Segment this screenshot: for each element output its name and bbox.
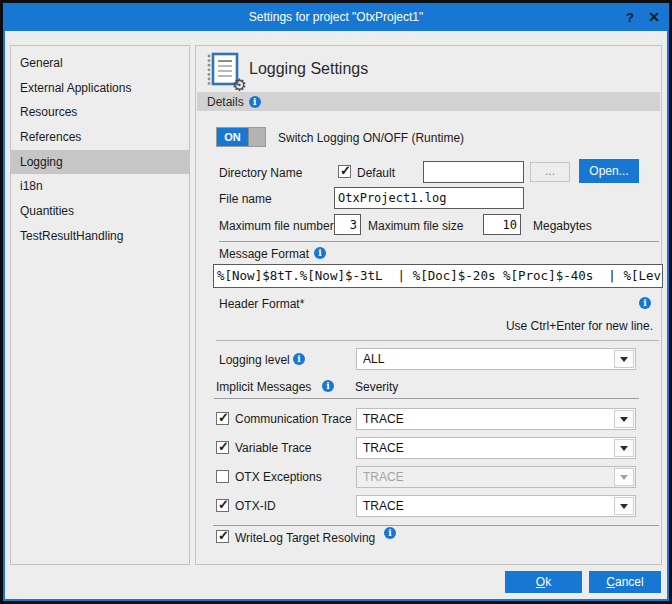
- severity-row: OTX-ID TRACE: [196, 495, 661, 517]
- info-icon[interactable]: i: [249, 96, 261, 108]
- default-checkbox[interactable]: [338, 165, 351, 178]
- sidebar-item-references[interactable]: References: [11, 125, 189, 150]
- titlebar[interactable]: Settings for project "OtxProject1" ? ✕: [3, 3, 669, 31]
- header-format-label: Header Format*: [219, 297, 304, 311]
- browse-button[interactable]: ...: [530, 162, 570, 182]
- dropdown-arrow-button[interactable]: [614, 468, 634, 486]
- directory-input[interactable]: [423, 161, 524, 183]
- sidebar-item-resources[interactable]: Resources: [11, 100, 189, 125]
- severity-dropdown[interactable]: TRACE: [356, 408, 636, 430]
- max-file-size-label: Maximum file size: [368, 219, 463, 233]
- sidebar-item-i18n[interactable]: i18n: [11, 174, 189, 199]
- sidebar-item-testresulthandling[interactable]: TestResultHandling: [11, 224, 189, 249]
- implicit-messages-label: Implicit Messages: [216, 380, 311, 394]
- logging-toggle[interactable]: ON: [216, 127, 266, 147]
- dialog-frame: Settings for project "OtxProject1" ? ✕ G…: [3, 3, 669, 601]
- separator: [219, 241, 659, 242]
- details-label: Details: [207, 95, 244, 109]
- severity-checkbox[interactable]: [216, 499, 229, 512]
- info-icon[interactable]: i: [384, 527, 396, 539]
- directory-name-label: Directory Name: [219, 166, 302, 180]
- logging-settings-panel: ⚙ Logging Settings Details i ON Switch L…: [195, 45, 662, 565]
- severity-row: Communication Trace TRACE: [196, 408, 661, 430]
- sidebar-item-quantities[interactable]: Quantities: [11, 199, 189, 224]
- sidebar-item-logging[interactable]: Logging: [11, 150, 189, 175]
- max-file-number-label: Maximum file number: [219, 219, 334, 233]
- dropdown-value: TRACE: [363, 470, 404, 484]
- dropdown-value: TRACE: [363, 441, 404, 455]
- severity-row: Variable Trace TRACE: [196, 437, 661, 459]
- chevron-down-icon: [620, 357, 628, 362]
- chevron-down-icon: [620, 475, 628, 480]
- message-format-label: Message Format: [219, 247, 309, 261]
- message-format-input[interactable]: %[Now]$8tT.%[Now]$-3tL | %[Doc]$-20s %[P…: [213, 264, 663, 288]
- info-icon[interactable]: i: [314, 247, 326, 259]
- dialog-title: Settings for project "OtxProject1": [249, 10, 424, 24]
- dropdown-value: TRACE: [363, 499, 404, 513]
- chevron-down-icon: [620, 446, 628, 451]
- severity-checkbox[interactable]: [216, 412, 229, 425]
- dropdown-arrow-button[interactable]: [614, 497, 634, 515]
- close-icon[interactable]: ✕: [641, 3, 667, 31]
- logging-level-label: Logging level: [219, 353, 290, 367]
- severity-dropdown[interactable]: TRACE: [356, 466, 636, 488]
- info-icon[interactable]: i: [639, 297, 651, 309]
- sidebar-item-general[interactable]: General: [11, 51, 189, 76]
- writelog-checkbox[interactable]: [216, 530, 229, 543]
- severity-checkbox[interactable]: [216, 470, 229, 483]
- severity-row-label: Variable Trace: [235, 441, 311, 455]
- toggle-thumb[interactable]: [248, 128, 265, 146]
- severity-column-label: Severity: [355, 380, 398, 394]
- megabytes-label: Megabytes: [533, 219, 592, 233]
- page-title: Logging Settings: [249, 60, 368, 78]
- dropdown-value: TRACE: [363, 412, 404, 426]
- writelog-label: WriteLog Target Resolving: [235, 531, 375, 545]
- separator: [216, 340, 659, 341]
- dropdown-arrow-button[interactable]: [614, 350, 634, 368]
- toggle-on-label: ON: [217, 128, 248, 146]
- dropdown-value: ALL: [363, 352, 384, 366]
- logging-settings-icon: ⚙: [204, 52, 244, 90]
- settings-category-list: GeneralExternal ApplicationsResourcesRef…: [10, 45, 190, 565]
- severity-row: OTX Exceptions TRACE: [196, 466, 661, 488]
- default-label: Default: [357, 166, 395, 180]
- dropdown-arrow-button[interactable]: [614, 439, 634, 457]
- chevron-down-icon: [620, 417, 628, 422]
- help-icon[interactable]: ?: [617, 3, 643, 31]
- toggle-description: Switch Logging ON/OFF (Runtime): [278, 131, 464, 145]
- separator: [214, 398, 639, 399]
- dropdown-arrow-button[interactable]: [614, 410, 634, 428]
- chevron-down-icon: [620, 504, 628, 509]
- max-file-size-input[interactable]: [483, 214, 521, 235]
- severity-dropdown[interactable]: TRACE: [356, 495, 636, 517]
- severity-rows: Communication Trace TRACE Variable Trace…: [196, 408, 661, 524]
- details-section-header: Details i: [197, 92, 660, 111]
- severity-dropdown[interactable]: TRACE: [356, 437, 636, 459]
- settings-dialog: Settings for project "OtxProject1" ? ✕ G…: [0, 0, 672, 604]
- file-name-label: File name: [219, 192, 272, 206]
- open-button[interactable]: Open...: [579, 159, 639, 183]
- logging-level-dropdown[interactable]: ALL: [356, 348, 636, 370]
- severity-row-label: OTX Exceptions: [235, 470, 322, 484]
- separator: [213, 525, 659, 526]
- sidebar-item-external-applications[interactable]: External Applications: [11, 76, 189, 101]
- info-icon[interactable]: i: [322, 380, 334, 392]
- info-icon[interactable]: i: [293, 353, 305, 365]
- severity-checkbox[interactable]: [216, 441, 229, 454]
- max-file-number-input[interactable]: [334, 214, 361, 235]
- file-name-input[interactable]: [334, 187, 524, 209]
- severity-row-label: Communication Trace: [235, 412, 352, 426]
- severity-row-label: OTX-ID: [235, 499, 276, 513]
- header-format-hint: Use Ctrl+Enter for new line.: [506, 319, 653, 333]
- ok-button[interactable]: Ok: [505, 571, 582, 593]
- cancel-button[interactable]: Cancel: [589, 571, 661, 593]
